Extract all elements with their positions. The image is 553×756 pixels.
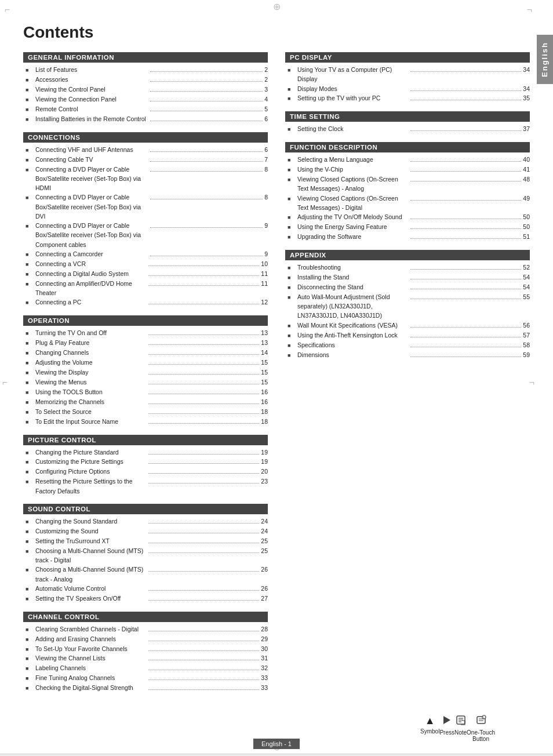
page-number: 28 <box>261 624 268 634</box>
section-items: ■Changing the Sound Standard24■Customizi… <box>23 517 268 604</box>
symbol-item: Note <box>454 715 467 742</box>
section-channel-control: CHANNEL CONTROL■Clearing Scrambled Chann… <box>23 612 268 693</box>
item-text: Viewing the Channel Lists <box>35 653 147 663</box>
dots-separator <box>148 543 260 543</box>
item-text: Upgrading the Software <box>297 232 409 241</box>
dots-separator <box>148 413 260 414</box>
item-text: Setting the TruSurround XT <box>35 536 147 546</box>
symbol-label: One-Touch Button <box>467 729 495 742</box>
page-number: 13 <box>261 338 268 347</box>
page-number: 2 <box>264 75 268 84</box>
item-text: Labeling Channels <box>35 663 147 673</box>
list-item: ■Disconnecting the Stand54 <box>288 282 530 292</box>
item-text: Configuring Picture Options <box>35 467 147 476</box>
item-text: Installing Batteries in the Remote Contr… <box>35 114 148 123</box>
list-item: ■Connecting VHF and UHF Antennas6 <box>26 145 268 155</box>
list-item: ■Memorizing the Channels16 <box>26 397 268 407</box>
page-indicator: English - 1 <box>253 739 300 749</box>
section-items: ■Clearing Scrambled Channels - Digital28… <box>23 624 268 693</box>
page-number: 40 <box>523 155 530 164</box>
bullet-icon: ■ <box>26 528 34 536</box>
list-item: ■Plug & Play Feature13 <box>26 338 268 348</box>
center-mark-top: ⊕ <box>273 1 281 12</box>
item-text: Installing the Stand <box>297 272 409 282</box>
list-item: ■Labeling Channels32 <box>26 663 268 673</box>
symbol-label: Symbol <box>420 728 439 735</box>
item-text: Customizing the Picture Settings <box>35 457 147 466</box>
section-items: ■Setting the Clock37 <box>285 124 530 134</box>
bullet-icon: ■ <box>26 330 34 338</box>
section-header: TIME SETTING <box>285 111 530 122</box>
dots-separator <box>150 151 263 152</box>
section-picture-control: PICTURE CONTROL■Changing the Picture Sta… <box>23 435 268 496</box>
item-text: Plug & Play Feature <box>35 338 147 347</box>
footer: BN68-01514A-X0Eng-0202_2.indd 1 2008-02-… <box>0 754 553 756</box>
page-number: 6 <box>264 145 268 154</box>
page-number: 15 <box>261 358 268 367</box>
page-number: 30 <box>261 644 268 653</box>
item-text: Connecting an Amplifier/DVD Home Theater <box>35 279 147 298</box>
item-text: Connecting a Camcorder <box>35 249 148 259</box>
page-number: 9 <box>264 249 268 259</box>
section-items: ■Changing the Picture Standard19■Customi… <box>23 448 268 496</box>
section-items: ■Using Your TV as a Computer (PC) Displa… <box>285 65 530 103</box>
item-text: Fine Tuning Analog Channels <box>35 673 147 682</box>
item-text: Setting the TV Speakers On/Off <box>35 594 147 603</box>
list-item: ■Using the TOOLS Button16 <box>26 387 268 397</box>
dots-separator <box>150 81 263 82</box>
item-text: Connecting a DVD Player or Cable Box/Sat… <box>35 221 148 249</box>
list-item: ■Viewing Closed Captions (On-Screen Text… <box>288 194 530 213</box>
section-items: ■Selecting a Menu Language40■Using the V… <box>285 155 530 242</box>
page-number: 16 <box>261 397 268 406</box>
list-item: ■Automatic Volume Control26 <box>26 584 268 594</box>
page-number: 27 <box>261 594 268 603</box>
bullet-icon: ■ <box>288 284 296 292</box>
page-number: 32 <box>261 663 268 673</box>
item-text: Adjusting the Volume <box>35 358 147 367</box>
dots-separator <box>410 161 522 162</box>
item-text: Changing the Sound Standard <box>35 517 147 526</box>
page: ⌐ ¬ ⊕ ⌐ ¬ ⊕ English Contents GENERAL INF… <box>0 0 553 756</box>
dots-separator <box>148 454 260 455</box>
svg-marker-0 <box>443 716 450 724</box>
list-item: ■Specifications58 <box>288 340 530 350</box>
dots-separator <box>148 641 260 641</box>
list-item: ■Accessories2 <box>26 75 268 85</box>
item-text: Resetting the Picture Settings to the Fa… <box>35 477 147 496</box>
bullet-icon: ■ <box>288 342 296 350</box>
bullet-icon: ■ <box>26 299 34 307</box>
dots-separator <box>150 171 263 172</box>
bullet-icon: ■ <box>26 595 34 604</box>
bullet-icon: ■ <box>26 281 34 289</box>
page-number: 34 <box>523 84 530 93</box>
list-item: ■Using the V-Chip41 <box>288 165 530 175</box>
bullet-icon: ■ <box>288 67 296 75</box>
dots-separator <box>410 357 522 357</box>
dots-separator <box>150 91 263 92</box>
left-column: GENERAL INFORMATION■List of Features2■Ac… <box>23 52 268 701</box>
dots-separator <box>148 344 260 345</box>
bullet-icon: ■ <box>26 116 34 124</box>
item-text: Using the TOOLS Button <box>35 387 147 397</box>
list-item: ■Customizing the Picture Settings19 <box>26 457 268 467</box>
section-items: ■List of Features2■Accessories2■Viewing … <box>23 65 268 124</box>
symbol-row: ▲SymbolPressNote1One-Touch Button <box>23 715 495 742</box>
item-text: Specifications <box>297 340 409 350</box>
item-text: Customizing the Sound <box>35 526 147 536</box>
dots-separator <box>148 354 260 355</box>
page-number: 33 <box>261 673 268 682</box>
content-columns: GENERAL INFORMATION■List of Features2■Ac… <box>23 52 530 701</box>
page-number: 24 <box>261 517 268 526</box>
list-item: ■Selecting a Menu Language40 <box>288 155 530 165</box>
bullet-icon: ■ <box>26 646 34 654</box>
bullet-icon: ■ <box>288 195 296 203</box>
bullet-icon: ■ <box>26 468 34 477</box>
item-text: To Set-Up Your Favorite Channels <box>35 644 147 653</box>
item-text: Adding and Erasing Channels <box>35 634 147 644</box>
dots-separator <box>148 266 260 266</box>
list-item: ■Connecting a Digital Audio System11 <box>26 269 268 279</box>
item-text: Connecting a DVD Player or Cable Box/Sat… <box>35 192 148 221</box>
section-header: CONNECTIONS <box>23 132 268 143</box>
dots-separator <box>150 71 263 72</box>
section-header: OPERATION <box>23 315 268 326</box>
